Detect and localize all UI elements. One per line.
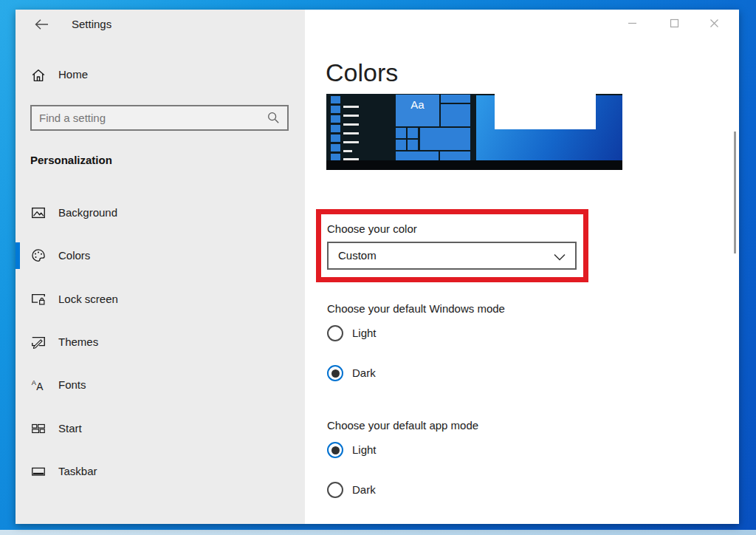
search-icon[interactable] — [267, 111, 280, 124]
search-input[interactable] — [39, 108, 261, 128]
minimize-button[interactable] — [615, 11, 649, 35]
sidebar-item-themes[interactable]: Themes — [16, 329, 305, 355]
start-icon — [30, 420, 47, 437]
preview-tile — [441, 104, 470, 126]
scrollbar-thumb[interactable] — [734, 132, 736, 253]
radio-label: Light — [352, 443, 377, 456]
preview-taskbar — [326, 160, 622, 170]
search-box[interactable] — [30, 105, 289, 131]
window-title: Settings — [72, 18, 111, 30]
sidebar-item-home[interactable]: Home — [16, 63, 305, 88]
preview-start-tile — [331, 125, 340, 132]
preview-tile — [396, 151, 439, 160]
preview-start-tile — [331, 115, 340, 123]
preview-tile — [440, 151, 470, 160]
preview-start-tile — [331, 134, 340, 142]
lock-screen-icon — [30, 291, 47, 307]
radio-circle[interactable] — [327, 325, 343, 341]
fonts-icon: A A — [30, 377, 47, 393]
preview-tile — [408, 128, 418, 138]
sidebar-item-label: Home — [58, 68, 88, 81]
sidebar-item-lock-screen[interactable]: Lock screen — [16, 286, 305, 313]
preview-tile — [396, 128, 406, 138]
svg-text:A: A — [36, 381, 44, 392]
preview-start-tile — [331, 96, 340, 103]
palette-icon — [30, 248, 47, 264]
dropdown-selected-value: Custom — [338, 249, 377, 262]
main-content: Colors Aa — [305, 10, 739, 524]
sidebar-item-label: Lock screen — [58, 293, 118, 305]
preview-start-tile — [331, 144, 340, 151]
sidebar-item-start[interactable]: Start — [16, 415, 305, 442]
choose-color-dropdown[interactable]: Custom — [327, 242, 577, 270]
page-title: Colors — [326, 58, 398, 87]
sidebar-item-colors[interactable]: Colors — [16, 242, 305, 269]
app-mode-label: Choose your default app mode — [327, 419, 478, 432]
choose-color-label: Choose your color — [327, 222, 417, 235]
settings-window: Settings Home Personalizati — [16, 10, 739, 524]
sidebar-item-label: Colors — [58, 249, 90, 262]
preview-tile — [441, 95, 470, 103]
preview-aa-label: Aa — [410, 98, 424, 111]
chevron-down-icon — [554, 253, 566, 261]
sidebar-item-label: Start — [58, 422, 82, 435]
sidebar-item-label: Themes — [58, 335, 98, 348]
preview-aa-tile: Aa — [396, 95, 439, 126]
close-button[interactable] — [697, 11, 731, 35]
sidebar-section-title: Personalization — [30, 154, 112, 166]
preview-menu-line — [343, 150, 352, 152]
desktop-taskbar-sliver — [0, 530, 756, 535]
sidebar-item-taskbar[interactable]: Taskbar — [16, 458, 305, 485]
preview-menu-line — [343, 123, 359, 126]
preview-tile — [408, 140, 418, 150]
selected-item-accent-bar — [16, 242, 20, 269]
radio-circle-selected[interactable] — [327, 365, 343, 381]
theme-preview-image: Aa — [326, 94, 622, 170]
themes-icon — [30, 334, 47, 350]
preview-tile — [420, 128, 470, 150]
preview-app-window-content — [495, 94, 596, 129]
preview-menu-line — [343, 141, 359, 143]
sidebar-item-fonts[interactable]: A A Fonts — [16, 372, 305, 398]
back-button[interactable] — [30, 16, 52, 33]
preview-menu-line — [343, 106, 359, 108]
preview-menu-line — [343, 132, 359, 134]
radio-circle[interactable] — [327, 482, 343, 498]
home-icon — [30, 67, 47, 84]
radio-circle-selected[interactable] — [327, 442, 343, 458]
preview-app-window — [476, 95, 622, 160]
desktop: Settings Home Personalizati — [0, 0, 756, 535]
windows-mode-label: Choose your default Windows mode — [327, 302, 505, 315]
sidebar-item-label: Background — [58, 206, 117, 219]
sidebar: Settings Home Personalizati — [16, 10, 305, 524]
back-arrow-icon — [34, 18, 49, 30]
preview-start-tile — [331, 106, 340, 113]
sidebar-item-label: Fonts — [58, 378, 86, 391]
maximize-button[interactable] — [657, 11, 691, 35]
preview-menu-line — [343, 115, 359, 117]
radio-label: Dark — [352, 367, 376, 379]
preview-tile — [396, 140, 406, 150]
taskbar-icon — [30, 463, 47, 480]
image-icon — [30, 205, 47, 221]
radio-label: Light — [352, 327, 377, 339]
sidebar-item-background[interactable]: Background — [16, 200, 305, 226]
radio-label: Dark — [352, 483, 376, 496]
sidebar-item-label: Taskbar — [58, 465, 97, 477]
